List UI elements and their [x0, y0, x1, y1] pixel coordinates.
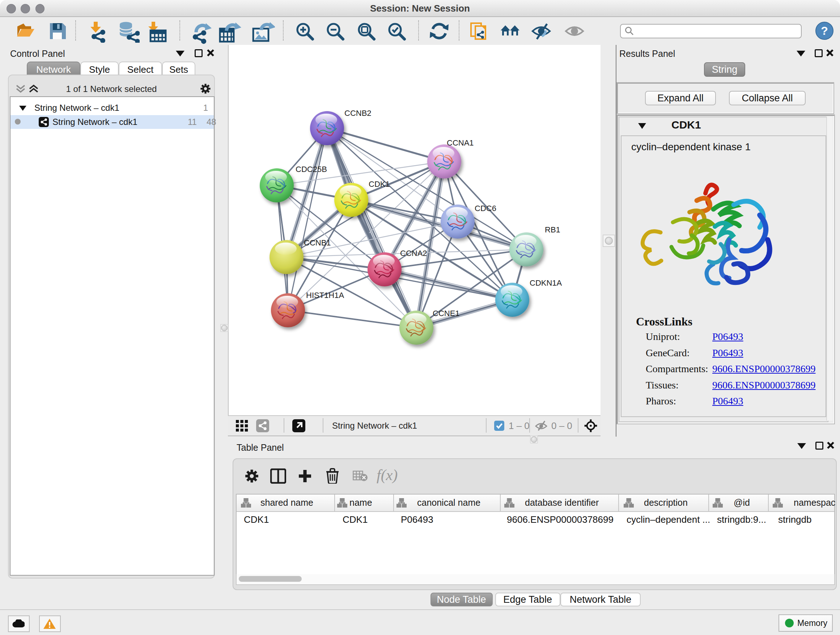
svg-text:CCNA1: CCNA1: [447, 138, 474, 147]
svg-text:CCNB1: CCNB1: [304, 238, 331, 247]
svg-text:HIST1H1A: HIST1H1A: [306, 291, 344, 300]
svg-text:CCNA2: CCNA2: [400, 249, 427, 258]
svg-text:CDC25B: CDC25B: [295, 165, 327, 174]
svg-text:CDC6: CDC6: [475, 204, 496, 213]
svg-text:CDKN1A: CDKN1A: [530, 279, 562, 287]
svg-text:CCNE1: CCNE1: [433, 309, 460, 318]
svg-text:RB1: RB1: [545, 225, 561, 234]
svg-text:CCNB2: CCNB2: [344, 109, 371, 118]
svg-text:CDK1: CDK1: [369, 180, 390, 188]
